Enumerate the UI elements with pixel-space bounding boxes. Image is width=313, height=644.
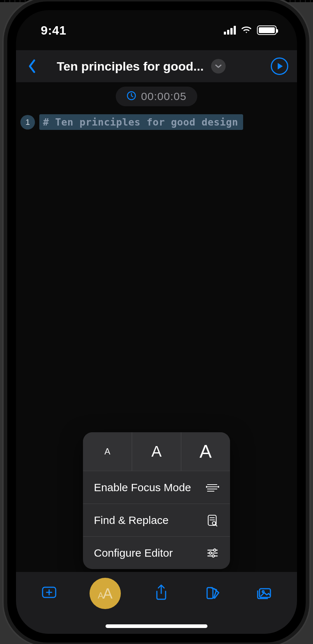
photos-icon: [255, 584, 272, 602]
share-icon: [153, 584, 170, 602]
editor-area[interactable]: 1 # Ten principles for good design: [16, 108, 297, 136]
battery-icon: [257, 25, 277, 35]
menu-item-label: Find & Replace: [94, 514, 169, 526]
screen: 9:41: [16, 10, 297, 634]
cellular-icon: [224, 26, 236, 35]
font-size-segmented: A A A: [83, 432, 230, 471]
font-size-medium-button[interactable]: A: [132, 432, 181, 471]
wifi-icon: [240, 25, 253, 36]
share-button[interactable]: [150, 582, 172, 604]
swatch-icon: [204, 584, 221, 602]
play-button[interactable]: [271, 57, 288, 75]
editor-line[interactable]: 1 # Ten principles for good design: [20, 114, 293, 130]
text-options-popup: A A A Enable Focus Mode: [83, 432, 230, 569]
plus-square-icon: [41, 584, 58, 602]
svg-point-17: [212, 554, 214, 557]
svg-point-15: [209, 552, 211, 554]
menu-item-configure-editor[interactable]: Configure Editor: [83, 536, 230, 569]
svg-rect-21: [207, 588, 213, 599]
home-indicator[interactable]: [106, 624, 207, 628]
svg-point-13: [214, 549, 216, 551]
page-title[interactable]: Ten principles for good...: [57, 59, 204, 73]
status-time: 9:41: [41, 23, 66, 37]
font-size-large-button[interactable]: A: [181, 432, 230, 471]
timer-value: 00:00:05: [141, 90, 187, 103]
device-frame: 9:41: [7, 1, 306, 643]
svg-point-23: [262, 591, 264, 593]
sliders-icon: [206, 546, 219, 560]
svg-point-5: [206, 486, 207, 487]
theme-button[interactable]: [202, 582, 223, 604]
aa-icon: AA: [98, 585, 112, 602]
find-replace-icon: [206, 514, 219, 527]
nav-bar: Ten principles for good...: [16, 50, 297, 82]
text-appearance-button[interactable]: AA: [90, 578, 121, 609]
svg-point-6: [218, 486, 219, 487]
gallery-button[interactable]: [253, 582, 275, 604]
menu-item-label: Configure Editor: [94, 547, 173, 559]
focus-mode-icon: [206, 481, 219, 494]
add-button[interactable]: [38, 582, 60, 604]
status-icons: [224, 25, 277, 36]
line-content[interactable]: # Ten principles for good design: [39, 114, 243, 130]
line-number: 1: [20, 115, 35, 130]
status-bar: 9:41: [16, 10, 297, 50]
menu-item-find-replace[interactable]: Find & Replace: [83, 504, 230, 536]
font-size-small-button[interactable]: A: [83, 432, 132, 471]
menu-item-focus-mode[interactable]: Enable Focus Mode: [83, 471, 230, 504]
back-button[interactable]: [25, 59, 39, 73]
timer-pill[interactable]: 00:00:05: [116, 87, 198, 106]
clock-icon: [127, 91, 136, 102]
menu-item-label: Enable Focus Mode: [94, 481, 191, 494]
title-dropdown-button[interactable]: [211, 59, 226, 73]
